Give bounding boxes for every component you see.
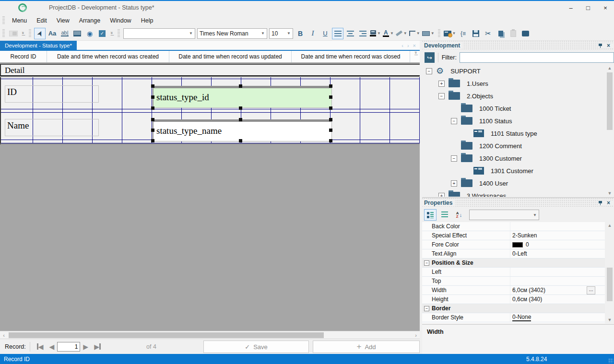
field-header-updated[interactable]: Date and time when record was updated <box>169 51 292 62</box>
expander-icon[interactable]: − <box>438 93 445 99</box>
tab-scroll-right-icon[interactable]: › <box>407 43 409 48</box>
style-combo[interactable]: ▼ <box>123 28 195 39</box>
property-row-fore-color[interactable]: Fore Color0 <box>422 240 605 249</box>
align-left-button[interactable] <box>332 28 343 39</box>
detail-band-header[interactable]: Detail <box>0 64 420 76</box>
save-button[interactable] <box>470 28 482 39</box>
property-row-special-effect[interactable]: Special Effect2-Sunken <box>422 231 605 240</box>
selection-handle[interactable] <box>329 84 332 88</box>
checkbox-tool-button[interactable]: ✓ <box>96 28 108 39</box>
selection-handle[interactable] <box>329 129 332 132</box>
property-row-height[interactable]: Height0,6см (340) <box>422 295 605 304</box>
comment-button[interactable] <box>520 28 531 39</box>
tree-item-1200-comment[interactable]: 1200 Comment <box>422 140 605 152</box>
designer-field-status-type-name[interactable]: status_type_name <box>153 119 332 141</box>
expander-icon[interactable]: + <box>438 81 445 87</box>
selection-handle[interactable] <box>151 95 154 99</box>
scrollbar-thumb[interactable] <box>607 268 613 301</box>
menu-item-view[interactable]: View <box>52 16 74 25</box>
filter-go-button[interactable]: ↪ <box>425 52 435 63</box>
tab-close-icon[interactable]: × <box>413 43 416 48</box>
insert-image-button[interactable] <box>8 28 19 39</box>
sort-az-button[interactable]: AZ ↓ <box>453 209 465 221</box>
pin-icon[interactable] <box>599 200 602 205</box>
selection-handle[interactable] <box>151 84 154 88</box>
last-record-button[interactable]: ▶ <box>94 343 101 351</box>
resize-grip[interactable] <box>608 358 613 363</box>
close-panel-icon[interactable]: × <box>607 43 610 48</box>
toolbar-grip[interactable] <box>438 29 440 38</box>
toolbar-overflow-button[interactable]: »— <box>20 31 26 36</box>
scroll-right-icon[interactable]: › <box>412 331 420 339</box>
expander-icon[interactable]: + <box>451 180 457 187</box>
designer-label-id[interactable]: ID <box>5 85 99 103</box>
textbox-tool-button[interactable]: ab| <box>59 28 71 39</box>
scroll-down-icon[interactable]: ▼ <box>606 190 613 197</box>
selection-handle[interactable] <box>329 95 332 99</box>
expander-icon[interactable]: − <box>451 118 457 124</box>
fill-color-button[interactable]: ▼ <box>369 28 381 39</box>
copy-button[interactable] <box>495 28 507 39</box>
field-list-button[interactable]: {≡ <box>458 28 469 39</box>
menu-item-help[interactable]: Help <box>136 16 158 25</box>
expander-icon[interactable]: − <box>424 260 429 266</box>
first-record-button[interactable]: ◀ <box>37 343 44 351</box>
border-style-button[interactable]: ▼ <box>422 28 435 39</box>
menu-item-window[interactable]: Window <box>105 16 136 25</box>
maximize-button[interactable]: □ <box>579 1 597 14</box>
selection-handle[interactable] <box>329 118 332 121</box>
field-header-record-id[interactable]: Record ID <box>0 51 47 62</box>
property-row-back-color[interactable]: Back Color <box>422 222 605 231</box>
minimize-button[interactable]: – <box>562 1 579 14</box>
selection-handle[interactable] <box>151 106 154 110</box>
expander-icon[interactable]: − <box>451 155 457 162</box>
design-surface[interactable]: ID Name status_type_id status_type_name <box>0 77 420 145</box>
label-tool-button[interactable]: Aa <box>47 28 58 39</box>
align-center-button[interactable] <box>344 28 356 39</box>
menu-item-arrange[interactable]: Arrange <box>74 16 105 25</box>
menubar-grip[interactable] <box>2 16 5 25</box>
designer-field-status-type-id[interactable]: status_type_id <box>153 86 332 108</box>
toolbar-grip[interactable] <box>2 29 5 38</box>
record-number-input[interactable] <box>57 342 80 352</box>
tab-development-status-type[interactable]: Development - Status type* <box>0 41 77 50</box>
tree-item-1100-status[interactable]: −1100 Status <box>422 115 605 127</box>
tools-overflow-button[interactable]: »— <box>108 31 115 36</box>
field-header-created[interactable]: Date and time when record was created <box>47 51 169 62</box>
list-view-button[interactable] <box>438 209 451 221</box>
tree-item-1301-customer[interactable]: 1301 Customer <box>422 164 605 177</box>
tree-item-1300-customer[interactable]: −1300 Customer <box>422 152 605 164</box>
selection-handle[interactable] <box>239 106 242 110</box>
property-row-width[interactable]: Width6,0см (3402)... <box>422 286 605 295</box>
tree-item-users[interactable]: +1.Users <box>422 77 605 90</box>
previous-record-button[interactable]: ◀ <box>49 343 55 351</box>
pin-icon[interactable] <box>599 43 602 48</box>
toolbar-grip[interactable] <box>118 29 120 38</box>
paste-button[interactable] <box>508 28 519 39</box>
designer-label-name[interactable]: Name <box>5 119 99 136</box>
categorized-view-button[interactable] <box>424 209 437 221</box>
scroll-up-icon[interactable]: ▲ <box>606 222 613 229</box>
expander-icon[interactable]: − <box>424 306 429 311</box>
scrollbar-thumb[interactable] <box>9 332 324 338</box>
selection-handle[interactable] <box>329 106 332 110</box>
selection-handle[interactable] <box>239 139 242 142</box>
selection-handle[interactable] <box>151 139 154 142</box>
properties-scrollbar[interactable]: ▲ ▼ <box>606 222 613 323</box>
form-properties-button[interactable]: ▼ <box>443 28 457 39</box>
selection-handle[interactable] <box>329 139 332 142</box>
font-family-combo[interactable]: Times New Roman▼ <box>197 28 267 39</box>
property-row-left[interactable]: Left <box>422 268 605 277</box>
expander-icon[interactable]: + <box>438 193 445 197</box>
button-tool-button[interactable] <box>71 28 83 39</box>
filter-input[interactable] <box>460 52 614 63</box>
close-button[interactable]: × <box>597 1 614 14</box>
menu-item-edit[interactable]: Edit <box>32 16 52 25</box>
border-corner-button[interactable]: ▼ <box>409 28 421 39</box>
underline-button[interactable]: U <box>319 28 331 39</box>
field-header-overflow-button[interactable]: »— <box>413 51 420 62</box>
selection-handle[interactable] <box>151 129 154 132</box>
select-tool-button[interactable]: ➤ <box>34 28 46 39</box>
font-color-button[interactable]: A▼ <box>382 28 394 39</box>
expander-icon[interactable]: − <box>426 68 432 74</box>
